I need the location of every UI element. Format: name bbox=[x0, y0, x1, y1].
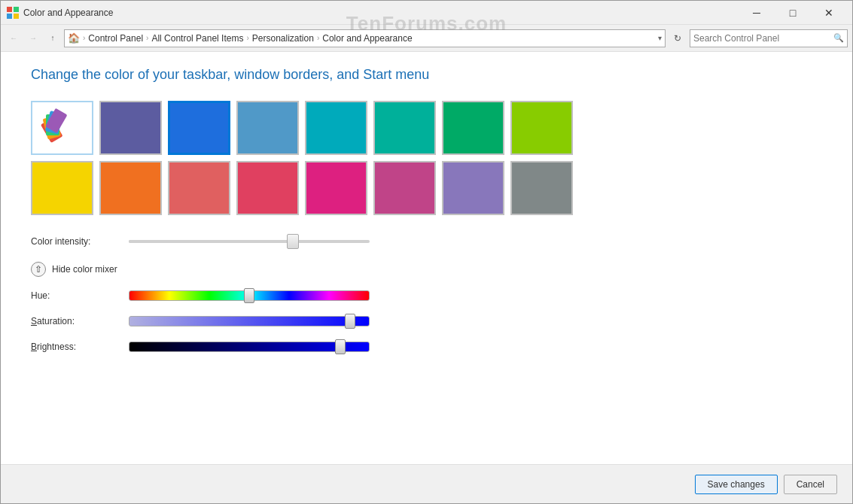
footer: Save changes Cancel bbox=[1, 464, 852, 503]
swatch-orange[interactable] bbox=[99, 161, 162, 215]
swatch-yellow[interactable] bbox=[31, 161, 93, 215]
swatch-hot-pink[interactable] bbox=[305, 161, 367, 215]
minimize-button[interactable]: ─ bbox=[739, 3, 774, 23]
swatch-lavender[interactable] bbox=[442, 161, 504, 215]
hue-row: Hue: bbox=[31, 290, 822, 301]
back-button[interactable]: ← bbox=[5, 30, 22, 47]
intensity-slider-thumb[interactable] bbox=[287, 234, 299, 249]
hue-label: Hue: bbox=[31, 290, 129, 301]
title-bar: Color and Appearance ─ □ ✕ bbox=[1, 1, 852, 25]
intensity-label: Color intensity: bbox=[31, 236, 129, 247]
toggle-up-icon: ⇧ bbox=[31, 262, 46, 277]
swatches-row-1 bbox=[31, 101, 822, 155]
saturation-slider-track[interactable] bbox=[129, 316, 370, 326]
page-heading: Change the color of your taskbar, window… bbox=[31, 67, 822, 83]
swatch-blue[interactable] bbox=[168, 101, 230, 155]
hue-slider-track[interactable] bbox=[129, 290, 370, 301]
windows-icon: 🏠 bbox=[68, 32, 80, 44]
breadcrumb-personalization[interactable]: Personalization bbox=[251, 33, 315, 44]
save-changes-button[interactable]: Save changes bbox=[695, 475, 778, 494]
mixer-toggle[interactable]: ⇧ Hide color mixer bbox=[31, 262, 822, 277]
search-box: 🔍 bbox=[690, 29, 848, 47]
refresh-button[interactable]: ↻ bbox=[669, 29, 687, 47]
address-path: 🏠 › Control Panel › All Control Panel It… bbox=[64, 29, 666, 47]
window-icon bbox=[7, 7, 19, 19]
swatch-salmon[interactable] bbox=[168, 161, 230, 215]
breadcrumb-color[interactable]: Color and Appearance bbox=[321, 33, 413, 44]
window: Color and Appearance ─ □ ✕ ← → ↑ 🏠 › Con… bbox=[0, 0, 853, 504]
swatch-teal2[interactable] bbox=[373, 101, 436, 155]
brightness-row: Brightness: bbox=[31, 342, 822, 352]
up-button[interactable]: ↑ bbox=[44, 30, 61, 47]
intensity-slider-track[interactable] bbox=[129, 240, 370, 243]
cancel-button[interactable]: Cancel bbox=[784, 475, 837, 494]
svg-rect-3 bbox=[14, 14, 19, 19]
window-title: Color and Appearance bbox=[23, 8, 739, 18]
swatch-gray[interactable] bbox=[510, 161, 573, 215]
search-icon[interactable]: 🔍 bbox=[833, 33, 844, 43]
hue-slider-thumb[interactable] bbox=[244, 288, 254, 303]
main-content: Change the color of your taskbar, window… bbox=[1, 52, 852, 464]
swatch-purple[interactable] bbox=[99, 101, 162, 155]
address-dropdown-button[interactable]: ▾ bbox=[658, 34, 662, 42]
window-controls: ─ □ ✕ bbox=[739, 3, 846, 23]
swatch-teal1[interactable] bbox=[305, 101, 367, 155]
mixer-toggle-label: Hide color mixer bbox=[52, 264, 117, 275]
search-input[interactable] bbox=[693, 33, 833, 44]
palette-icon bbox=[40, 107, 85, 149]
breadcrumb-control-panel[interactable]: Control Panel bbox=[87, 33, 145, 44]
swatch-magenta[interactable] bbox=[373, 161, 436, 215]
swatch-green[interactable] bbox=[442, 101, 504, 155]
address-bar: ← → ↑ 🏠 › Control Panel › All Control Pa… bbox=[1, 25, 852, 52]
close-button[interactable]: ✕ bbox=[812, 3, 846, 23]
saturation-slider-thumb[interactable] bbox=[345, 314, 355, 329]
swatch-lime[interactable] bbox=[510, 101, 573, 155]
brightness-slider-track[interactable] bbox=[129, 342, 370, 352]
svg-rect-0 bbox=[7, 7, 12, 12]
swatch-light-blue[interactable] bbox=[236, 101, 299, 155]
swatch-pink-red[interactable] bbox=[236, 161, 299, 215]
maximize-button[interactable]: □ bbox=[775, 3, 810, 23]
forward-button[interactable]: → bbox=[25, 30, 41, 47]
swatch-auto[interactable] bbox=[31, 101, 93, 155]
brightness-slider-thumb[interactable] bbox=[335, 339, 346, 354]
saturation-row: Saturation: bbox=[31, 316, 822, 326]
intensity-row: Color intensity: bbox=[31, 236, 822, 247]
saturation-label: Saturation: bbox=[31, 316, 129, 326]
svg-rect-1 bbox=[14, 7, 19, 12]
swatches-grid bbox=[31, 101, 822, 215]
swatches-row-2 bbox=[31, 161, 822, 215]
brightness-label: Brightness: bbox=[31, 342, 129, 352]
svg-rect-2 bbox=[7, 14, 12, 19]
breadcrumb-all-items[interactable]: All Control Panel Items bbox=[150, 33, 245, 44]
